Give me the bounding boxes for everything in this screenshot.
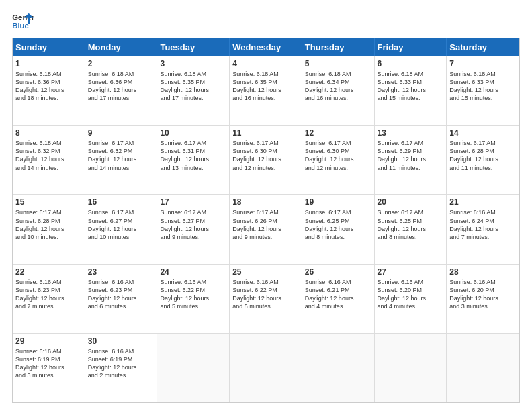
day-number: 17 <box>160 197 226 207</box>
cell-info: Sunrise: 6:18 AM Sunset: 6:35 PM Dayligh… <box>232 70 299 103</box>
calendar-cell: 26Sunrise: 6:16 AM Sunset: 6:21 PM Dayli… <box>302 265 375 333</box>
day-number: 30 <box>88 336 154 346</box>
calendar-cell: 27Sunrise: 6:16 AM Sunset: 6:20 PM Dayli… <box>375 265 447 333</box>
day-number: 22 <box>15 267 82 277</box>
calendar-cell: 6Sunrise: 6:18 AM Sunset: 6:33 PM Daylig… <box>375 56 447 125</box>
calendar-cell: 10Sunrise: 6:17 AM Sunset: 6:31 PM Dayli… <box>157 126 230 194</box>
calendar-cell: 14Sunrise: 6:17 AM Sunset: 6:28 PM Dayli… <box>447 126 519 194</box>
calendar-cell: 30Sunrise: 6:16 AM Sunset: 6:19 PM Dayli… <box>85 334 158 402</box>
day-number: 29 <box>15 336 82 346</box>
svg-text:Blue: Blue <box>12 21 29 30</box>
calendar-cell: 1Sunrise: 6:18 AM Sunset: 6:36 PM Daylig… <box>13 56 85 125</box>
day-number: 21 <box>449 197 517 207</box>
day-number: 3 <box>160 59 226 68</box>
cell-info: Sunrise: 6:16 AM Sunset: 6:22 PM Dayligh… <box>232 278 299 311</box>
day-number: 18 <box>232 197 299 207</box>
cell-info: Sunrise: 6:17 AM Sunset: 6:27 PM Dayligh… <box>88 208 154 241</box>
calendar-cell <box>157 334 230 402</box>
day-number: 15 <box>15 197 82 207</box>
calendar-cell <box>375 334 447 402</box>
calendar-cell: 4Sunrise: 6:18 AM Sunset: 6:35 PM Daylig… <box>230 56 302 125</box>
day-number: 12 <box>305 128 371 138</box>
calendar-cell: 9Sunrise: 6:17 AM Sunset: 6:32 PM Daylig… <box>85 126 158 194</box>
calendar-cell: 17Sunrise: 6:17 AM Sunset: 6:27 PM Dayli… <box>157 195 230 263</box>
calendar-row: 22Sunrise: 6:16 AM Sunset: 6:23 PM Dayli… <box>13 264 519 333</box>
cell-info: Sunrise: 6:17 AM Sunset: 6:27 PM Dayligh… <box>160 208 226 241</box>
logo-icon: General Blue <box>12 12 34 31</box>
weekday-label: Saturday <box>447 38 519 56</box>
cell-info: Sunrise: 6:17 AM Sunset: 6:29 PM Dayligh… <box>378 139 444 172</box>
day-number: 13 <box>378 128 444 138</box>
calendar-row: 15Sunrise: 6:17 AM Sunset: 6:28 PM Dayli… <box>13 194 519 263</box>
calendar-cell: 2Sunrise: 6:18 AM Sunset: 6:36 PM Daylig… <box>85 56 158 125</box>
weekday-label: Sunday <box>13 38 85 56</box>
day-number: 9 <box>88 128 154 138</box>
page: General Blue SundayMondayTuesdayWednesda… <box>0 0 532 411</box>
day-number: 11 <box>232 128 299 138</box>
cell-info: Sunrise: 6:17 AM Sunset: 6:30 PM Dayligh… <box>232 139 299 172</box>
calendar-cell <box>447 334 519 402</box>
calendar-cell: 23Sunrise: 6:16 AM Sunset: 6:23 PM Dayli… <box>85 265 158 333</box>
cell-info: Sunrise: 6:18 AM Sunset: 6:35 PM Dayligh… <box>160 70 226 103</box>
cell-info: Sunrise: 6:18 AM Sunset: 6:36 PM Dayligh… <box>88 70 154 103</box>
cell-info: Sunrise: 6:16 AM Sunset: 6:19 PM Dayligh… <box>88 347 154 380</box>
day-number: 19 <box>305 197 371 207</box>
day-number: 27 <box>378 267 444 277</box>
calendar-cell: 20Sunrise: 6:17 AM Sunset: 6:25 PM Dayli… <box>375 195 447 263</box>
cell-info: Sunrise: 6:16 AM Sunset: 6:19 PM Dayligh… <box>15 347 82 380</box>
calendar-cell: 22Sunrise: 6:16 AM Sunset: 6:23 PM Dayli… <box>13 265 85 333</box>
calendar-cell: 28Sunrise: 6:16 AM Sunset: 6:20 PM Dayli… <box>447 265 519 333</box>
day-number: 14 <box>449 128 517 138</box>
calendar-row: 29Sunrise: 6:16 AM Sunset: 6:19 PM Dayli… <box>13 333 519 402</box>
day-number: 6 <box>378 59 444 68</box>
calendar-cell: 16Sunrise: 6:17 AM Sunset: 6:27 PM Dayli… <box>85 195 158 263</box>
day-number: 26 <box>305 267 371 277</box>
calendar-cell: 19Sunrise: 6:17 AM Sunset: 6:25 PM Dayli… <box>302 195 375 263</box>
day-number: 2 <box>88 59 154 68</box>
day-number: 25 <box>232 267 299 277</box>
calendar-cell: 8Sunrise: 6:18 AM Sunset: 6:32 PM Daylig… <box>13 126 85 194</box>
day-number: 8 <box>15 128 82 138</box>
calendar-cell: 3Sunrise: 6:18 AM Sunset: 6:35 PM Daylig… <box>157 56 230 125</box>
day-number: 28 <box>449 267 517 277</box>
cell-info: Sunrise: 6:18 AM Sunset: 6:32 PM Dayligh… <box>15 139 82 172</box>
day-number: 24 <box>160 267 226 277</box>
cell-info: Sunrise: 6:17 AM Sunset: 6:30 PM Dayligh… <box>305 139 371 172</box>
calendar-cell: 5Sunrise: 6:18 AM Sunset: 6:34 PM Daylig… <box>302 56 375 125</box>
day-number: 4 <box>232 59 299 68</box>
calendar-row: 1Sunrise: 6:18 AM Sunset: 6:36 PM Daylig… <box>13 56 519 125</box>
calendar-cell: 25Sunrise: 6:16 AM Sunset: 6:22 PM Dayli… <box>230 265 302 333</box>
calendar-cell <box>230 334 302 402</box>
weekday-label: Tuesday <box>157 38 230 56</box>
calendar-row: 8Sunrise: 6:18 AM Sunset: 6:32 PM Daylig… <box>13 125 519 194</box>
cell-info: Sunrise: 6:17 AM Sunset: 6:26 PM Dayligh… <box>232 208 299 241</box>
cell-info: Sunrise: 6:17 AM Sunset: 6:28 PM Dayligh… <box>449 139 517 172</box>
cell-info: Sunrise: 6:17 AM Sunset: 6:25 PM Dayligh… <box>378 208 444 241</box>
weekday-label: Wednesday <box>230 38 302 56</box>
calendar-cell: 12Sunrise: 6:17 AM Sunset: 6:30 PM Dayli… <box>302 126 375 194</box>
weekday-label: Thursday <box>302 38 375 56</box>
cell-info: Sunrise: 6:18 AM Sunset: 6:34 PM Dayligh… <box>305 70 371 103</box>
cell-info: Sunrise: 6:16 AM Sunset: 6:21 PM Dayligh… <box>305 278 371 311</box>
day-number: 10 <box>160 128 226 138</box>
calendar-cell: 15Sunrise: 6:17 AM Sunset: 6:28 PM Dayli… <box>13 195 85 263</box>
cell-info: Sunrise: 6:16 AM Sunset: 6:24 PM Dayligh… <box>449 208 517 241</box>
cell-info: Sunrise: 6:18 AM Sunset: 6:33 PM Dayligh… <box>449 70 517 103</box>
calendar-cell: 13Sunrise: 6:17 AM Sunset: 6:29 PM Dayli… <box>375 126 447 194</box>
calendar: SundayMondayTuesdayWednesdayThursdayFrid… <box>12 38 520 403</box>
cell-info: Sunrise: 6:16 AM Sunset: 6:23 PM Dayligh… <box>15 278 82 311</box>
cell-info: Sunrise: 6:16 AM Sunset: 6:22 PM Dayligh… <box>160 278 226 311</box>
logo: General Blue <box>12 12 34 31</box>
calendar-cell <box>302 334 375 402</box>
day-number: 20 <box>378 197 444 207</box>
weekday-label: Friday <box>375 38 447 56</box>
day-number: 16 <box>88 197 154 207</box>
calendar-cell: 11Sunrise: 6:17 AM Sunset: 6:30 PM Dayli… <box>230 126 302 194</box>
calendar-header: SundayMondayTuesdayWednesdayThursdayFrid… <box>13 38 519 56</box>
cell-info: Sunrise: 6:17 AM Sunset: 6:28 PM Dayligh… <box>15 208 82 241</box>
cell-info: Sunrise: 6:16 AM Sunset: 6:23 PM Dayligh… <box>88 278 154 311</box>
calendar-cell: 29Sunrise: 6:16 AM Sunset: 6:19 PM Dayli… <box>13 334 85 402</box>
cell-info: Sunrise: 6:18 AM Sunset: 6:33 PM Dayligh… <box>378 70 444 103</box>
header: General Blue <box>12 12 520 31</box>
calendar-body: 1Sunrise: 6:18 AM Sunset: 6:36 PM Daylig… <box>13 56 519 402</box>
